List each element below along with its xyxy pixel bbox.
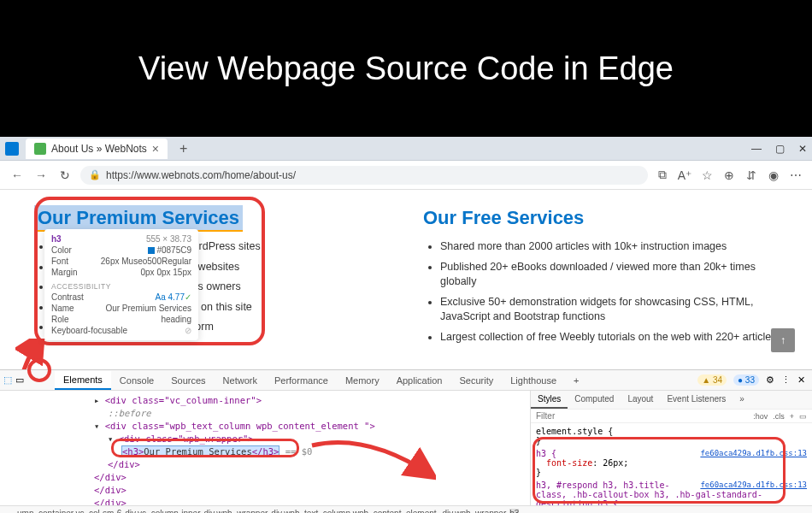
- tab-close-icon[interactable]: ×: [152, 142, 159, 156]
- url-text: https://www.webnots.com/home/about-us/: [106, 169, 296, 181]
- collections-icon[interactable]: ⊕: [721, 168, 737, 182]
- hov-button[interactable]: :hov: [753, 412, 768, 421]
- tab-add[interactable]: +: [565, 372, 587, 389]
- styles-tab-styles[interactable]: Styles: [531, 391, 568, 409]
- warnings-badge[interactable]: ▲ 34: [697, 374, 727, 386]
- breadcrumb-item[interactable]: umn_container.vc_col-sm-6: [17, 509, 121, 513]
- styles-tab-computed[interactable]: Computed: [568, 391, 621, 409]
- tutorial-title-banner: View Webpage Source Code in Edge: [0, 0, 812, 137]
- edge-app-icon: [5, 142, 19, 156]
- refresh-button[interactable]: ↻: [56, 168, 74, 182]
- window-controls: — ▢ ✕: [751, 143, 807, 155]
- list-item: Exclusive 50+ demonstration widgets for …: [440, 295, 786, 325]
- tooltip-color-value: #0875C9: [148, 245, 191, 255]
- element-inspector-tooltip: h3555 × 38.73 Color#0875C9 Font26px Muse…: [44, 229, 198, 340]
- minimize-button[interactable]: —: [751, 143, 762, 155]
- new-tab-button[interactable]: +: [174, 141, 192, 156]
- sync-icon[interactable]: ⇵: [744, 168, 759, 182]
- breadcrumb-item[interactable]: div.wpb_text_column.wpb_content_element.: [271, 509, 438, 513]
- browser-tab[interactable]: About Us » WebNots ×: [26, 139, 168, 159]
- tooltip-role-label: Role: [51, 315, 69, 324]
- back-button[interactable]: ←: [9, 168, 26, 182]
- devtools-body: ▸ <div class="vc_column-inner"> ::before…: [0, 391, 812, 505]
- tooltip-dimensions: 555 × 38.73: [146, 234, 191, 244]
- styles-tab-events[interactable]: Event Listeners: [660, 391, 733, 409]
- tab-console[interactable]: Console: [111, 372, 162, 389]
- styles-panel: Styles Computed Layout Event Listeners »…: [530, 391, 812, 505]
- device-toolbar-icon[interactable]: ▭: [15, 374, 24, 386]
- free-list: Shared more than 2000 articles with 10k+…: [423, 239, 786, 345]
- annotation-arrow-1: [15, 339, 50, 369]
- tab-security[interactable]: Security: [450, 372, 502, 389]
- cls-button[interactable]: .cls: [773, 412, 785, 421]
- dom-breadcrumb[interactable]: … umn_container.vc_col-sm-6 div.vc_colum…: [0, 505, 812, 513]
- profile-icon[interactable]: ◉: [766, 168, 781, 182]
- breadcrumb-item[interactable]: div.wpb_wrapper: [442, 509, 506, 513]
- tab-network[interactable]: Network: [215, 372, 266, 389]
- tab-performance[interactable]: Performance: [266, 372, 337, 389]
- browser-toolbar: ← → ↻ 🔒 https://www.webnots.com/home/abo…: [0, 161, 812, 190]
- devtools-panel: ⬚ ▭ Elements Console Sources Network Per…: [0, 369, 812, 513]
- scroll-to-top-button[interactable]: ↑: [771, 328, 795, 352]
- tooltip-margin-value: 0px 0px 15px: [141, 268, 192, 277]
- tooltip-tag: h3: [51, 234, 62, 244]
- blocked-icon: ⊘: [185, 326, 191, 335]
- css-source-link[interactable]: fe60aca429a.d1fb.css:13: [700, 449, 807, 457]
- tooltip-contrast-label: Contrast: [51, 292, 84, 302]
- tab-application[interactable]: Application: [388, 372, 451, 389]
- tab-sources[interactable]: Sources: [162, 372, 214, 389]
- styles-filter-row: :hov .cls + ▭: [531, 410, 812, 423]
- page-content: Our Premium Services on services for Wee…: [0, 190, 812, 369]
- styles-tab-layout[interactable]: Layout: [621, 391, 660, 409]
- select-element-icon[interactable]: ⬚: [3, 374, 12, 386]
- devtools-dock-icon[interactable]: ⋮: [781, 374, 791, 386]
- tab-favicon: [34, 143, 46, 155]
- tooltip-color-label: Color: [51, 245, 72, 255]
- tab-memory[interactable]: Memory: [337, 372, 388, 389]
- tooltip-role-value: heading: [161, 315, 191, 324]
- styles-tab-more[interactable]: »: [733, 391, 751, 409]
- list-item: Largest collection of free Weebly tutori…: [440, 330, 786, 345]
- styles-tabs: Styles Computed Layout Event Listeners »: [531, 391, 812, 410]
- reading-view-icon[interactable]: ⧉: [655, 168, 670, 182]
- breadcrumb-item[interactable]: h3: [509, 509, 519, 513]
- devtools-tabbar: ⬚ ▭ Elements Console Sources Network Per…: [0, 370, 812, 391]
- more-icon[interactable]: ⋯: [788, 168, 803, 182]
- free-heading: Our Free Services: [423, 207, 786, 229]
- css-rules[interactable]: element.style {} fe60aca429a.d1fb.css:13…: [531, 423, 812, 505]
- tooltip-a11y-section: ACCESSIBILITY: [51, 282, 191, 291]
- styles-filter-input[interactable]: [536, 411, 748, 421]
- free-column: Our Free Services Shared more than 2000 …: [423, 207, 786, 361]
- tooltip-margin-label: Margin: [51, 268, 78, 277]
- tab-elements[interactable]: Elements: [55, 371, 111, 390]
- tooltip-kbd-label: Keyboard-focusable: [51, 326, 127, 335]
- tooltip-contrast-value: Aa 4.77: [156, 292, 185, 302]
- devtools-settings-icon[interactable]: ⚙: [766, 374, 774, 386]
- tab-lighthouse[interactable]: Lighthouse: [502, 372, 565, 389]
- list-item: Published 20+ eBooks downloaded / viewed…: [440, 260, 786, 290]
- lock-icon: 🔒: [89, 169, 101, 180]
- errors-badge[interactable]: ● 33: [733, 374, 759, 386]
- tooltip-name-label: Name: [51, 304, 74, 313]
- read-aloud-icon[interactable]: A⁺: [677, 168, 692, 182]
- dom-tree[interactable]: ▸ <div class="vc_column-inner"> ::before…: [0, 391, 530, 505]
- breadcrumb-item[interactable]: div.vc_column-inner: [125, 509, 200, 513]
- breadcrumb-item[interactable]: div.wpb_wrapper: [203, 509, 268, 513]
- tutorial-title: View Webpage Source Code in Edge: [138, 50, 674, 87]
- favorites-icon[interactable]: ☆: [699, 168, 715, 182]
- premium-heading: Our Premium Services: [34, 207, 397, 229]
- forward-button[interactable]: →: [32, 168, 50, 182]
- selected-dom-node[interactable]: <h3>Our Premium Services</h3>: [121, 445, 279, 457]
- close-window-button[interactable]: ✕: [798, 143, 807, 155]
- tooltip-name-value: Our Premium Services: [105, 304, 191, 313]
- styles-more-icon[interactable]: ▭: [799, 412, 807, 421]
- tooltip-font-value: 26px Museo500Regular: [101, 256, 191, 266]
- maximize-button[interactable]: ▢: [775, 143, 785, 155]
- tab-title: About Us » WebNots: [51, 143, 147, 155]
- list-item: Shared more than 2000 articles with 10k+…: [440, 239, 786, 255]
- css-source-link[interactable]: fe60aca429a.d1fb.css:13: [700, 481, 807, 489]
- new-style-button[interactable]: +: [790, 412, 794, 421]
- devtools-close-icon[interactable]: ✕: [797, 374, 805, 386]
- tooltip-font-label: Font: [51, 256, 68, 266]
- address-bar[interactable]: 🔒 https://www.webnots.com/home/about-us/: [80, 166, 648, 185]
